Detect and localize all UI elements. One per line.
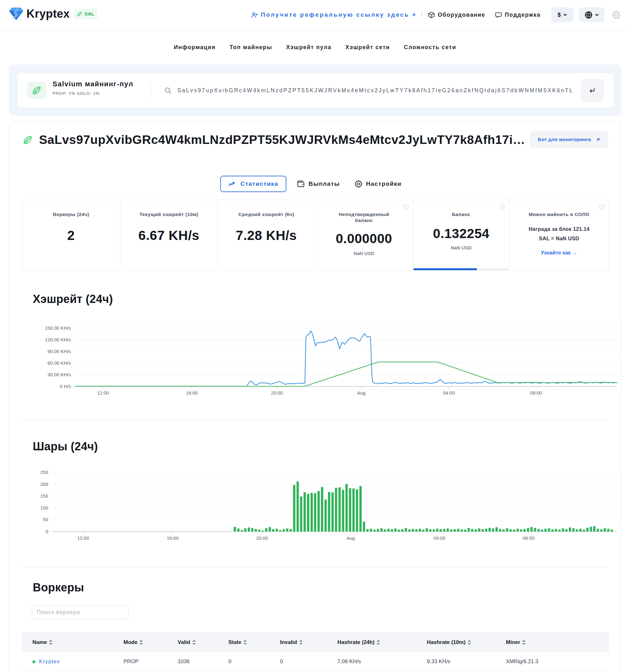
svg-text:08:00: 08:00 <box>530 390 542 395</box>
svg-text:16:00: 16:00 <box>167 535 179 541</box>
svg-text:150.00 KH/s: 150.00 KH/s <box>45 325 71 331</box>
svg-text:250: 250 <box>40 470 48 475</box>
svg-text:04:00: 04:00 <box>443 390 455 395</box>
svg-text:60.00 KH/s: 60.00 KH/s <box>48 360 71 366</box>
svg-text:Aug: Aug <box>347 535 355 541</box>
svg-text:12:00: 12:00 <box>97 390 109 395</box>
svg-text:150: 150 <box>40 493 48 499</box>
svg-text:200: 200 <box>40 481 48 487</box>
svg-text:Aug: Aug <box>357 390 366 395</box>
svg-text:04:00: 04:00 <box>434 535 445 541</box>
svg-text:30.00 KH/s: 30.00 KH/s <box>48 372 71 377</box>
svg-text:20:00: 20:00 <box>271 390 283 395</box>
svg-text:16:00: 16:00 <box>186 390 198 395</box>
svg-text:90.00 KH/s: 90.00 KH/s <box>48 349 71 354</box>
svg-text:100: 100 <box>40 505 48 510</box>
svg-text:120.00 KH/s: 120.00 KH/s <box>45 337 71 342</box>
svg-text:08:00: 08:00 <box>522 535 535 541</box>
svg-text:50: 50 <box>43 517 48 522</box>
svg-text:12:00: 12:00 <box>77 535 89 541</box>
svg-text:20:00: 20:00 <box>256 535 268 541</box>
svg-text:0 H/s: 0 H/s <box>60 384 71 389</box>
svg-text:0: 0 <box>46 529 48 534</box>
